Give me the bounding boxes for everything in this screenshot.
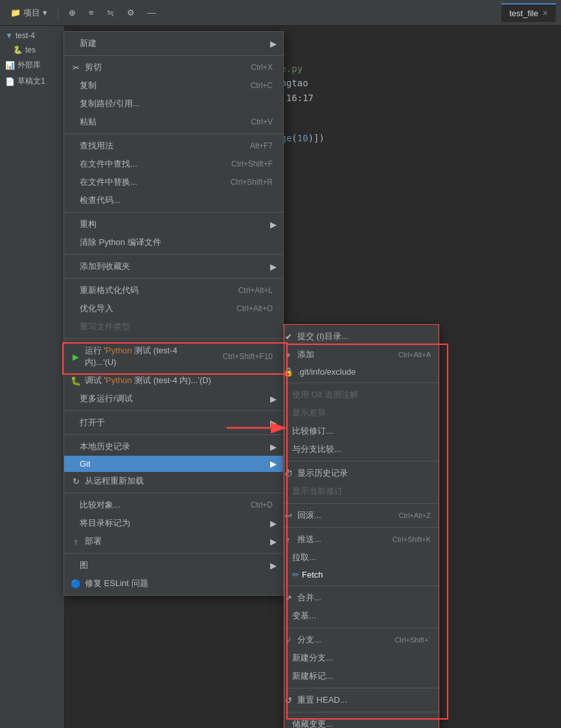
active-tab[interactable]: test_file ✕ (501, 3, 556, 22)
sidebar-label: 外部库 (17, 60, 41, 71)
git-menu-push[interactable]: ↑ 推送... Ctrl+Shift+K (284, 530, 439, 548)
git-menu-show-current-revision: 显示当前修订 (284, 482, 439, 500)
menu-item-reload-from-remote[interactable]: ↻ 从远程重新加载 (64, 472, 283, 490)
menu-item-compare[interactable]: 比较对象... Ctrl+D (64, 496, 283, 514)
menu-item-paste[interactable]: 粘贴 Ctrl+V (64, 113, 283, 131)
separator (284, 527, 439, 528)
menu-item-replace-in-files[interactable]: 在文件中替换... Ctrl+Shift+R (64, 173, 283, 191)
git-menu-compare-branch[interactable]: 与分支比较... (284, 440, 439, 458)
menu-item-mark-dir[interactable]: 将目录标记为 ▶ (64, 514, 283, 532)
menu-label: 重构 (80, 218, 273, 230)
git-menu-rollback[interactable]: ↩ 回滚... Ctrl+Alt+Z (284, 506, 439, 524)
submenu-arrow: ▶ (270, 459, 277, 469)
menu-label: 显示历史记录 (297, 467, 431, 479)
list-button[interactable]: ≡ (84, 5, 99, 20)
tab-close-icon[interactable]: ✕ (542, 9, 548, 18)
editor-line-6: i in range(10)]) (237, 131, 551, 145)
settings-button[interactable]: ⚙ (122, 5, 140, 20)
menu-item-deploy[interactable]: ↑ 部署 ▶ (64, 532, 283, 550)
separator (64, 410, 283, 411)
debug-icon: 🐛 (69, 376, 82, 386)
separator (64, 254, 283, 255)
git-menu-reset-head[interactable]: ↺ 重置 HEAD... (284, 691, 439, 709)
git-menu-show-history[interactable]: ⏱ 显示历史记录 (284, 464, 439, 482)
minimize-button[interactable]: — (143, 5, 161, 20)
menu-label: 清除 Python 编译文件 (80, 237, 273, 248)
git-menu-add[interactable]: + 添加 Ctrl+Alt+A (284, 346, 439, 364)
menu-label: 提交 (I)目录... (297, 331, 431, 342)
git-menu-merge[interactable]: ↗ 合并... (284, 589, 439, 607)
menu-label: 更多运行/调试 (80, 393, 273, 405)
sidebar-item-ext[interactable]: 📊 外部库 (0, 57, 64, 73)
menu-item-copy[interactable]: 复制 Ctrl+C (64, 76, 283, 95)
sidebar-item-test4[interactable]: ▼ test-4 (0, 29, 64, 43)
menu-label: 新建 (80, 38, 273, 49)
git-menu-stash[interactable]: 储藏变更... (284, 715, 439, 728)
git-menu-compare-revision[interactable]: 比较修订... (284, 422, 439, 440)
menu-label: 新建标记... (292, 670, 431, 682)
sidebar: ▼ test-4 🐍 tes 📊 外部库 📄 草稿文1 (0, 26, 65, 728)
sidebar-item-draft[interactable]: 📄 草稿文1 (0, 73, 64, 89)
menu-label: 使用 Git 追溯注解 (292, 389, 431, 401)
folder-icon[interactable]: 📁 项目 ▾ (5, 5, 52, 21)
menu-label: 与分支比较... (292, 443, 431, 455)
menu-label: 合并... (297, 592, 431, 604)
minimize-icon: — (148, 8, 156, 18)
fetch-icon: ✏ (292, 570, 299, 580)
menu-label: 图 (80, 559, 273, 571)
file-icon: 🐍 (13, 45, 23, 54)
menu-item-clean-pyc[interactable]: 清除 Python 编译文件 (64, 233, 283, 252)
separator (284, 688, 439, 688)
menu-item-diagram[interactable]: 图 ▶ (64, 556, 283, 574)
menu-label: 部署 (85, 535, 273, 547)
menu-item-local-history[interactable]: 本地历史记录 ▶ (64, 438, 283, 456)
shortcut: Ctrl+Alt+A (398, 351, 431, 358)
git-menu-exclude[interactable]: 🔒 .git/info/exclude (284, 364, 439, 380)
git-menu-rebase[interactable]: 变基... (284, 607, 439, 625)
menu-item-git[interactable]: Git ▶ (64, 456, 283, 472)
menu-item-favorites[interactable]: 添加到收藏夹 ▶ (64, 257, 283, 276)
menu-item-find-in-files[interactable]: 在文件中查找... Ctrl+Shift+F (64, 155, 283, 173)
menu-item-cut[interactable]: ✂ 剪切 Ctrl+X (64, 58, 283, 76)
chart-icon: 📊 (5, 61, 15, 70)
gear-icon: ⚙ (127, 8, 135, 18)
menu-item-inspect[interactable]: 检查代码... (64, 191, 283, 209)
separator (64, 493, 283, 493)
menu-label: 添加 (297, 349, 385, 360)
git-menu-pull[interactable]: 拉取... (284, 548, 439, 567)
menu-item-new[interactable]: 新建 ▶ (64, 34, 283, 53)
separator (64, 278, 283, 279)
separator (64, 134, 283, 134)
menu-label: 显示差异 (292, 407, 431, 419)
submenu-arrow: ▶ (270, 519, 277, 528)
sidebar-item-tes[interactable]: 🐍 tes (0, 43, 64, 57)
menu-item-debug[interactable]: 🐛 调试 'Python 测试 (test-4 内)...'(D) (64, 371, 283, 390)
menu-item-optimize-imports[interactable]: 优化导入 Ctrl+Alt+O (64, 299, 283, 318)
menu-label: 运行 'Python 测试 (test-4 内)...'(U) (85, 345, 210, 368)
menu-item-run[interactable]: ▶ 运行 'Python 测试 (test-4 内)...'(U) Ctrl+S… (64, 342, 283, 371)
collapse-button[interactable]: ≒ (102, 5, 119, 20)
git-submenu: ✔ 提交 (I)目录... + 添加 Ctrl+Alt+A 🔒 .git/inf… (284, 324, 439, 728)
menu-label: Git (80, 459, 273, 469)
add-button[interactable]: ⊕ (63, 5, 81, 20)
menu-label: 将目录标记为 (80, 517, 273, 529)
menu-label: 检查代码... (80, 194, 273, 206)
merge-icon: ↗ (282, 593, 295, 603)
menu-item-rewrite-filetype: 重写文件类型 (64, 318, 283, 336)
clock-icon: ⏱ (282, 469, 295, 478)
menu-item-copy-path[interactable]: 复制路径/引用... (64, 95, 283, 113)
git-menu-new-tag[interactable]: 新建标记... (284, 667, 439, 685)
git-menu-branch[interactable]: ⑂ 分支... Ctrl+Shift+` (284, 631, 439, 649)
menu-item-more-run[interactable]: 更多运行/调试 ▶ (64, 390, 283, 408)
add-icon: ⊕ (69, 8, 76, 18)
menu-item-reformat[interactable]: 重新格式化代码 Ctrl+Alt+L (64, 281, 283, 299)
menu-item-open-in[interactable]: 打开于 ▶ (64, 414, 283, 432)
menu-item-eslint[interactable]: 🔵 修复 ESLint 问题 (64, 574, 283, 593)
commit-icon: ✔ (282, 332, 295, 342)
git-menu-fetch[interactable]: ✏ Fetch (284, 567, 439, 583)
menu-item-refactor[interactable]: 重构 ▶ (64, 215, 283, 233)
git-menu-commit[interactable]: ✔ 提交 (I)目录... (284, 327, 439, 346)
menu-label: 本地历史记录 (80, 441, 273, 452)
menu-item-find-usages[interactable]: 查找用法 Alt+F7 (64, 137, 283, 155)
git-menu-new-branch[interactable]: 新建分支... (284, 649, 439, 667)
